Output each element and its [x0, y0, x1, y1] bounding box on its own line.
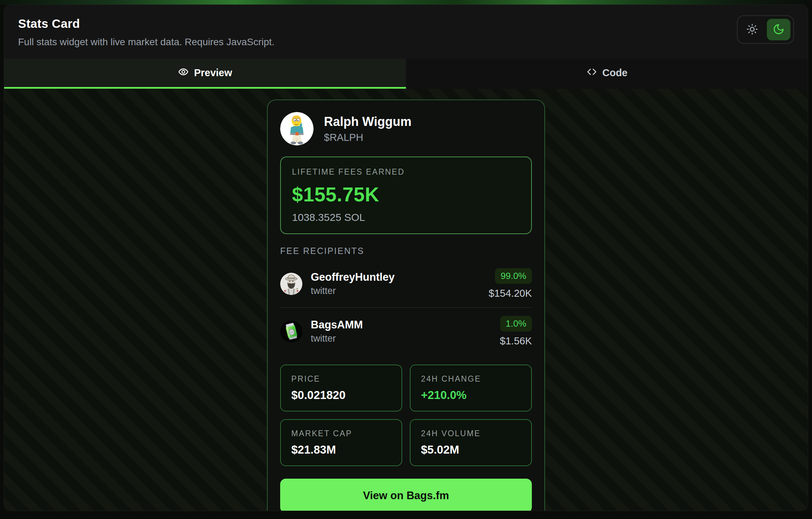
stat-value: +210.0% — [421, 389, 521, 402]
fees-sol-amount: 1038.3525 SOL — [292, 211, 520, 223]
recipient-amount: $154.20K — [489, 288, 532, 299]
recipient-info: GeoffreyHuntley twitter — [311, 271, 395, 296]
stats-grid: PRICE $0.021820 24H CHANGE +210.0% MARKE… — [280, 365, 532, 466]
stat-box-market-cap: MARKET CAP $21.83M — [280, 419, 402, 466]
recipient-share-block: 1.0% $1.56K — [500, 316, 532, 347]
sun-icon — [746, 23, 758, 36]
token-name: Ralph Wiggum — [324, 114, 412, 129]
tab-preview[interactable]: Preview — [4, 59, 406, 89]
panel-header: Stats Card Full stats widget with live m… — [4, 5, 808, 59]
widget-panel: Stats Card Full stats widget with live m… — [4, 5, 808, 511]
recipient-platform: twitter — [311, 286, 395, 296]
stat-label: PRICE — [291, 374, 391, 384]
stat-box-24h-change: 24H CHANGE +210.0% — [410, 365, 532, 412]
theme-toggle — [737, 15, 794, 44]
page-title: Stats Card — [18, 17, 794, 31]
eye-icon — [178, 66, 189, 80]
stat-box-price: PRICE $0.021820 — [280, 365, 402, 412]
stat-value: $0.021820 — [291, 389, 391, 402]
recipient-avatar-bagsamm — [280, 320, 302, 343]
stat-value: $5.02M — [421, 443, 521, 456]
page: Stats Card Full stats widget with live m… — [0, 0, 812, 519]
share-badge: 99.0% — [495, 268, 532, 284]
token-ticker: $RALPH — [324, 132, 412, 143]
card-header: Ralph Wiggum $RALPH — [280, 112, 532, 145]
stat-label: 24H CHANGE — [421, 374, 521, 384]
theme-light-button[interactable] — [740, 19, 764, 40]
tab-code[interactable]: Code — [406, 59, 808, 89]
stats-card: Ralph Wiggum $RALPH LIFETIME FEES EARNED… — [267, 99, 545, 511]
recipient-row-bagsamm: BagsAMM twitter 1.0% $1.56K — [280, 308, 532, 355]
page-subtitle: Full stats widget with live market data.… — [18, 37, 794, 48]
stat-label: MARKET CAP — [291, 429, 391, 438]
recipient-avatar-geoffrey — [280, 273, 302, 295]
tab-preview-label: Preview — [194, 67, 232, 79]
recipient-share-block: 99.0% $154.20K — [489, 268, 532, 299]
fee-recipients-label: FEE RECIPIENTS — [280, 246, 532, 256]
tab-code-label: Code — [602, 67, 628, 79]
code-icon — [586, 66, 597, 80]
stat-box-24h-volume: 24H VOLUME $5.02M — [410, 419, 532, 466]
view-on-bagsfm-button[interactable]: View on Bags.fm — [280, 479, 532, 511]
recipient-platform: twitter — [311, 333, 363, 344]
recipient-row-geoffrey: GeoffreyHuntley twitter 99.0% $154.20K — [280, 260, 532, 308]
recipient-name: GeoffreyHuntley — [311, 271, 395, 284]
theme-dark-button[interactable] — [767, 19, 790, 40]
moon-icon — [773, 23, 785, 36]
fees-label: LIFETIME FEES EARNED — [292, 167, 520, 177]
fees-value: $155.75K — [292, 183, 520, 206]
lifetime-fees-box: LIFETIME FEES EARNED $155.75K 1038.3525 … — [280, 157, 532, 234]
token-avatar-ralph-wiggum — [280, 112, 314, 145]
preview-area: Ralph Wiggum $RALPH LIFETIME FEES EARNED… — [4, 89, 808, 511]
stat-value: $21.83M — [291, 443, 391, 456]
tab-bar: Preview Code — [4, 59, 808, 89]
stat-label: 24H VOLUME — [421, 429, 521, 438]
share-badge: 1.0% — [500, 316, 532, 332]
recipient-amount: $1.56K — [500, 335, 532, 347]
top-glow-gradient — [0, 0, 812, 5]
token-identity: Ralph Wiggum $RALPH — [324, 114, 412, 143]
recipient-info: BagsAMM twitter — [311, 319, 363, 344]
recipient-name: BagsAMM — [311, 319, 363, 331]
